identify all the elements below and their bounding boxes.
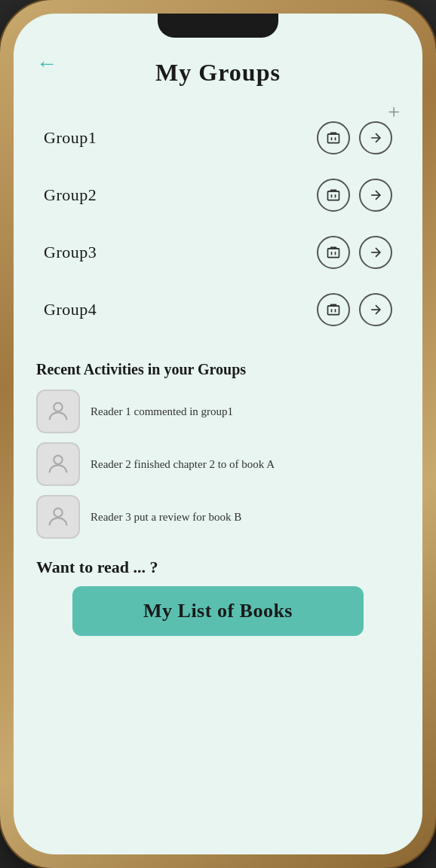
avatar bbox=[36, 390, 80, 433]
svg-point-21 bbox=[54, 456, 62, 464]
navigate-group2-button[interactable] bbox=[359, 179, 392, 212]
avatar bbox=[36, 442, 80, 486]
group-name: Group1 bbox=[44, 128, 97, 148]
group-name: Group2 bbox=[44, 185, 97, 205]
group-name: Group4 bbox=[44, 300, 97, 319]
group-actions bbox=[317, 236, 392, 269]
activity-item: Reader 3 put a review for book B bbox=[36, 495, 400, 539]
group-item: Group2 bbox=[36, 167, 400, 224]
delete-group4-button[interactable] bbox=[317, 293, 350, 326]
notch bbox=[158, 14, 278, 38]
activity-text: Reader 2 finished chapter 2 to of book A bbox=[91, 457, 275, 472]
phone-screen: ← My Groups + Group1 bbox=[14, 14, 422, 854]
navigate-group4-button[interactable] bbox=[359, 293, 392, 326]
group-item: Group4 bbox=[36, 281, 400, 338]
svg-rect-5 bbox=[328, 191, 339, 200]
group-item: Group3 bbox=[36, 224, 400, 281]
svg-point-20 bbox=[54, 403, 62, 411]
add-button[interactable]: + bbox=[388, 100, 400, 124]
page-title: My Groups bbox=[36, 59, 400, 87]
activity-item: Reader 1 commented in group1 bbox=[36, 390, 400, 433]
activity-text: Reader 3 put a review for book B bbox=[91, 509, 241, 525]
navigate-group1-button[interactable] bbox=[359, 121, 392, 154]
activity-text: Reader 1 commented in group1 bbox=[91, 404, 233, 420]
back-button[interactable]: ← bbox=[36, 51, 57, 75]
delete-group1-button[interactable] bbox=[317, 121, 350, 154]
group-actions bbox=[317, 293, 392, 326]
my-list-of-books-button[interactable]: My List of Books bbox=[72, 586, 364, 636]
delete-group2-button[interactable] bbox=[317, 179, 350, 212]
group-actions bbox=[317, 179, 392, 212]
activity-item: Reader 2 finished chapter 2 to of book A bbox=[36, 442, 400, 486]
recent-activities-title: Recent Activities in your Groups bbox=[36, 361, 400, 378]
svg-point-22 bbox=[54, 509, 62, 517]
phone-frame: ← My Groups + Group1 bbox=[0, 0, 436, 868]
want-to-read-section: Want to read ... ? My List of Books bbox=[36, 558, 400, 636]
delete-group3-button[interactable] bbox=[317, 236, 350, 269]
activity-list: Reader 1 commented in group1 Reader 2 fi… bbox=[36, 390, 400, 539]
group-item: Group1 bbox=[36, 109, 400, 167]
want-to-read-label: Want to read ... ? bbox=[36, 558, 158, 577]
svg-rect-15 bbox=[328, 306, 339, 315]
svg-rect-0 bbox=[328, 134, 339, 143]
avatar bbox=[36, 495, 80, 539]
group-name: Group3 bbox=[44, 243, 97, 262]
screen-content: ← My Groups + Group1 bbox=[14, 14, 422, 854]
groups-list: Group1 bbox=[36, 109, 400, 338]
navigate-group3-button[interactable] bbox=[359, 236, 392, 269]
group-actions bbox=[317, 121, 392, 154]
svg-rect-10 bbox=[328, 249, 339, 258]
